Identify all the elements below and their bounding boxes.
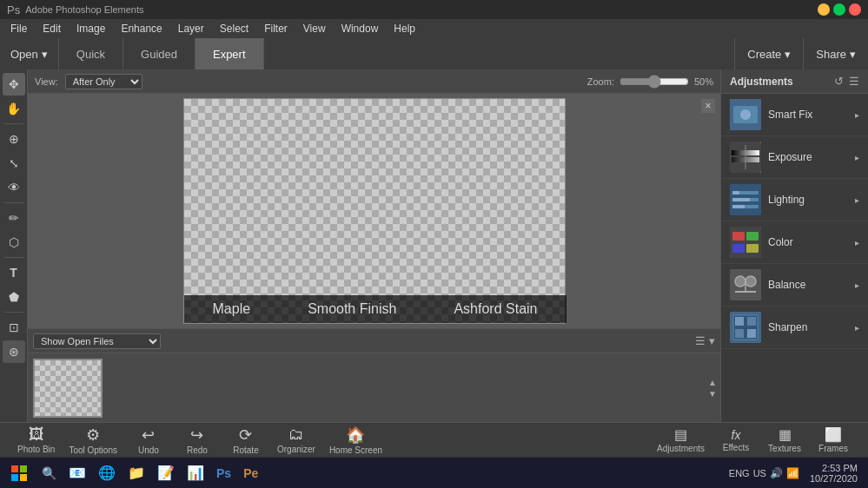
home-screen-icon: 🏠 (346, 425, 365, 445)
tool-photo-bin[interactable]: 🖼 Photo Bin (17, 425, 55, 454)
canvas-label-smooth: Smooth Finish (308, 301, 396, 317)
speaker-icon[interactable]: 🔊 (770, 467, 783, 479)
tool-zoom[interactable]: ⊕ (3, 128, 25, 150)
tool-stamp[interactable]: ⬡ (3, 231, 25, 254)
adj-label-sharpen: Sharpen (768, 321, 848, 333)
adj-row-sharpen[interactable]: Sharpen ▸ (721, 307, 868, 349)
tool-crop[interactable]: ⊡ (3, 316, 25, 339)
menu-item-view[interactable]: View (296, 21, 333, 36)
taskbar-app-pe[interactable]: Pe (238, 459, 263, 487)
tool-wand[interactable]: ⊛ (3, 340, 25, 363)
adj-thumb-lighting (730, 184, 761, 215)
tool-undo[interactable]: ↩ Undo (131, 425, 166, 455)
filmstrip-thumb-1[interactable] (33, 359, 103, 418)
open-button[interactable]: Open ▾ (0, 38, 59, 69)
strip-down-icon[interactable]: ▾ (709, 334, 715, 347)
adj-row-color[interactable]: Color ▸ (721, 221, 868, 264)
taskbar-app-word[interactable]: 📝 (152, 459, 180, 487)
app-icon: Ps (7, 3, 20, 16)
menu-item-file[interactable]: File (3, 21, 34, 36)
start-button[interactable] (3, 458, 35, 489)
menu-item-edit[interactable]: Edit (36, 21, 68, 36)
strip-icons: ☰ ▾ (695, 334, 715, 347)
minimize-button[interactable] (818, 3, 830, 16)
adj-row-lighting[interactable]: Lighting ▸ (721, 179, 868, 221)
tool-hand[interactable]: ✋ (3, 97, 25, 120)
tool-tool-options[interactable]: ⚙ Tool Options (69, 425, 117, 455)
taskbar-app-excel[interactable]: 📊 (182, 459, 209, 487)
tool-shape[interactable]: ⬟ (3, 286, 25, 308)
close-button[interactable] (849, 3, 861, 16)
menu-item-layer[interactable]: Layer (171, 21, 211, 36)
canvas-label-bar: Maple Smooth Finish Ashford Stain (184, 295, 567, 323)
tab-guided[interactable]: Guided (123, 38, 195, 69)
maximize-button[interactable] (833, 3, 845, 16)
tab-quick[interactable]: Quick (59, 38, 123, 69)
tool-separator-2 (4, 202, 23, 203)
tool-effects[interactable]: fx Effects (719, 428, 753, 452)
adj-label-color: Color (768, 236, 848, 248)
tool-type[interactable]: T (3, 261, 25, 284)
filmstrip-scroll-down[interactable]: ▼ (708, 389, 717, 399)
lang-indicator: ENG (729, 468, 750, 478)
menu-item-image[interactable]: Image (70, 21, 112, 36)
tab-expert[interactable]: Expert (195, 38, 264, 69)
adj-thumb-exposure (730, 142, 761, 173)
network-icon[interactable]: 📶 (786, 467, 799, 479)
view-bar: View: After Only Before Only Zoom: 50% (28, 69, 720, 94)
menu-item-window[interactable]: Window (335, 21, 386, 36)
clock[interactable]: 2:53 PM 10/27/2020 (803, 463, 865, 484)
adj-row-smart-fix[interactable]: Smart Fix ▸ (721, 94, 868, 136)
tool-transform[interactable]: ⤡ (3, 152, 25, 175)
adj-expand-balance: ▸ (855, 280, 859, 290)
taskbar-app-chrome[interactable]: 🌐 (93, 459, 121, 487)
tool-redo[interactable]: ↪ Redo (180, 425, 215, 455)
effects-icon: fx (732, 428, 741, 442)
adj-row-balance[interactable]: Balance ▸ (721, 264, 868, 307)
canvas-wrapper: × After Maple Smooth Finish Ashford Stai… (28, 94, 720, 328)
tool-frames[interactable]: ⬜ Frames (816, 426, 851, 453)
tool-home-screen[interactable]: 🏠 Home Screen (329, 425, 382, 455)
taskbar-app-outlook[interactable]: 📧 (63, 459, 91, 487)
tool-adjustments[interactable]: ▤ Adjustments (657, 426, 705, 453)
tool-organizer[interactable]: 🗂 Organizer (277, 425, 315, 454)
taskbar-app-ps[interactable]: Ps (211, 459, 236, 487)
tool-brush[interactable]: ✏ (3, 207, 25, 229)
tool-eyedrop[interactable]: 👁 (3, 176, 25, 199)
filmstrip-scroll-up[interactable]: ▲ (708, 378, 717, 387)
strip-menu-icon[interactable]: ☰ (695, 334, 706, 347)
tool-move[interactable]: ✥ (3, 73, 25, 96)
adj-expand-smart-fix: ▸ (855, 110, 859, 120)
taskbar: 🔍 📧 🌐 📁 📝 📊 Ps Pe ENG US 🔊 📶 2:53 PM 10/… (0, 457, 868, 488)
menu-item-enhance[interactable]: Enhance (114, 21, 169, 36)
canvas-label-ashford: Ashford Stain (454, 301, 537, 317)
frames-label: Frames (818, 444, 848, 453)
svg-rect-26 (735, 317, 744, 326)
menu-item-filter[interactable]: Filter (257, 21, 295, 36)
adj-thumb-color (730, 227, 761, 258)
taskbar-search[interactable]: 🔍 (36, 459, 62, 487)
menu-item-select[interactable]: Select (213, 21, 255, 36)
svg-rect-31 (20, 465, 27, 472)
share-button[interactable]: Share ▾ (803, 38, 868, 69)
zoom-slider[interactable] (620, 75, 689, 89)
undo-icon: ↩ (142, 425, 155, 445)
svg-rect-33 (20, 474, 27, 481)
tool-rotate[interactable]: ⟳ Rotate (229, 425, 263, 455)
tool-textures[interactable]: ▦ Textures (767, 426, 802, 453)
adj-label-exposure: Exposure (768, 151, 848, 163)
photo-bin-label: Photo Bin (17, 445, 55, 454)
adj-menu-icon[interactable]: ☰ (849, 75, 859, 88)
clock-date: 10/27/2020 (810, 473, 858, 484)
adj-row-exposure[interactable]: Exposure ▸ (721, 136, 868, 179)
show-files-select[interactable]: Show Open Files Show Files in Organizer (33, 333, 161, 349)
home-screen-label: Home Screen (329, 445, 382, 455)
create-button[interactable]: Create ▾ (734, 38, 803, 69)
bottom-right-tools: ▤ Adjustments fx Effects ▦ Textures ⬜ Fr… (657, 426, 851, 453)
view-select[interactable]: After Only Before Only (65, 74, 142, 89)
taskbar-app-explorer[interactable]: 📁 (123, 459, 150, 487)
adj-refresh-icon[interactable]: ↺ (834, 75, 844, 88)
menu-item-help[interactable]: Help (387, 21, 422, 36)
canvas-close-button[interactable]: × (701, 99, 715, 113)
outlook-icon: 📧 (69, 465, 86, 481)
